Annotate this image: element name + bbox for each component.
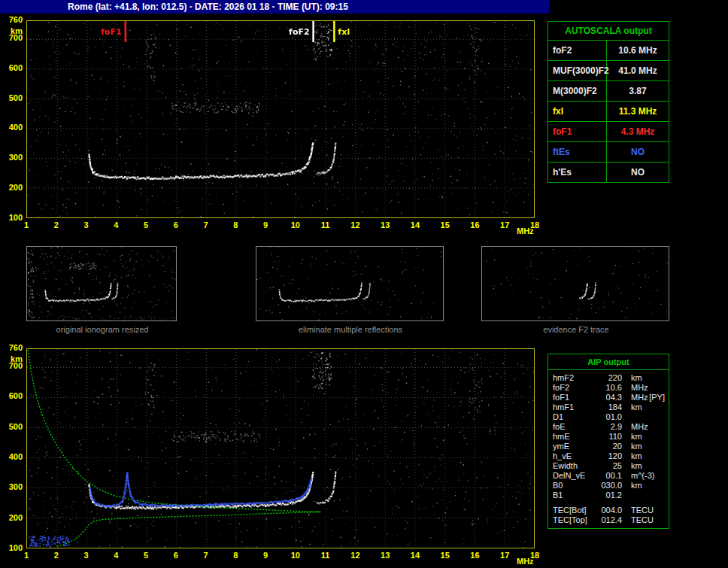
aip-param-value: 2.9 <box>592 422 622 432</box>
x-tick-label: 7 <box>204 551 208 560</box>
autoscala-row: h'Es NO <box>548 162 669 182</box>
autoscala-param-label: foF2 <box>548 41 607 60</box>
aip-param-value: 01.2 <box>592 491 622 500</box>
x-tick-label: 10 <box>291 551 300 560</box>
aip-param-note: [PY] <box>649 393 669 402</box>
x-tick-label: 9 <box>263 220 268 229</box>
aip-param-unit: TECU <box>631 515 654 525</box>
x-tick-label: 3 <box>83 220 88 229</box>
aip-param-unit: km <box>631 432 642 442</box>
x-tick-label: 4 <box>114 220 118 229</box>
aip-row: hmE 110 km <box>548 432 669 442</box>
x-tick-label: 5 <box>144 551 148 560</box>
x-axis-unit-label: MHz <box>517 557 534 566</box>
x-tick-label: 15 <box>441 551 450 560</box>
x-tick-label: 6 <box>174 220 178 229</box>
x-tick-label: 1 <box>24 551 29 560</box>
autoscala-param-value: 41.0 MHz <box>607 61 669 80</box>
y-tick-label: 600 <box>0 63 23 72</box>
autoscala-row: foF1 4.3 MHz <box>548 121 669 141</box>
x-tick-label: 10 <box>291 220 300 229</box>
x-tick-label: 17 <box>500 551 509 560</box>
aip-param-unit: MHz <box>631 422 648 432</box>
aip-param-value: 01.0 <box>592 412 622 422</box>
x-tick-label: 15 <box>441 220 450 229</box>
aip-row: hmF1 184 km <box>548 402 669 412</box>
x-tick-label: 11 <box>321 220 330 229</box>
autoscala-table-title: AUTOSCALA output <box>548 22 669 41</box>
autoscala-row: foF2 10.6 MHz <box>548 41 669 60</box>
aip-table-body: hmF2 220 km foF2 10.6 MHz foF1 04.3 MHz … <box>548 373 669 500</box>
aip-param-unit: km <box>631 402 642 412</box>
y-tick-label: 100 <box>0 213 23 222</box>
aip-row: B1 01.2 <box>548 491 669 500</box>
x-tick-label: 14 <box>411 220 420 229</box>
x-tick-label: 12 <box>350 551 359 560</box>
autoscala-row: MUF(3000)F2 41.0 MHz <box>548 60 669 80</box>
aip-param-name: foF2 <box>548 383 592 393</box>
x-tick-label: 8 <box>233 220 238 229</box>
autoscala-table-body: foF2 10.6 MHz MUF(3000)F2 41.0 MHz M(300… <box>548 41 669 182</box>
x-tick-label: 5 <box>144 220 148 229</box>
aip-param-value: 20 <box>592 442 622 451</box>
aip-row: foF1 04.3 MHz [PY] <box>548 393 669 402</box>
ionogram-plot-top <box>26 20 535 218</box>
x-tick-label: 6 <box>174 551 178 560</box>
aip-param-unit: MHz <box>631 393 648 402</box>
aip-param-unit: m^(-3) <box>631 471 654 481</box>
x-tick-label: 16 <box>470 220 479 229</box>
aip-row: foE 2.9 MHz <box>548 422 669 432</box>
x-tick-label: 3 <box>83 551 88 560</box>
aip-row: TEC[Bot] 004.0 TECU <box>548 506 669 515</box>
aip-param-value: 25 <box>592 461 622 471</box>
aip-row: h_vE 120 km <box>548 451 669 461</box>
aip-param-unit: km <box>631 373 642 383</box>
aip-param-value: 012.4 <box>592 515 622 525</box>
autoscala-param-value: NO <box>607 163 669 182</box>
aip-param-unit: km <box>631 461 642 471</box>
y-tick-label: 200 <box>0 183 23 192</box>
aip-param-name: hmF1 <box>548 402 592 412</box>
y-tick-label: 400 <box>0 123 23 132</box>
autoscala-param-value: NO <box>607 142 669 162</box>
autoscala-param-value: 4.3 MHz <box>607 122 669 141</box>
x-tick-label: 16 <box>470 551 479 560</box>
aip-param-value: 004.0 <box>592 506 622 515</box>
aip-param-value: 030.0 <box>592 481 622 491</box>
aip-param-name: foE <box>548 422 592 432</box>
x-tick-label: 12 <box>350 220 359 229</box>
aip-output-table: AIP output hmF2 220 km foF2 10.6 MHz foF… <box>548 354 669 529</box>
evidence-f2-trace-canvas <box>482 247 669 320</box>
aip-row: Ewidth 25 km <box>548 461 669 471</box>
x-axis-unit-label: MHz <box>517 226 534 235</box>
aip-param-name: B0 <box>548 481 592 491</box>
aip-param-unit: MHz <box>631 383 648 393</box>
autoscala-param-value: 10.6 MHz <box>607 41 669 60</box>
x-tick-label: 8 <box>233 551 238 560</box>
aip-param-name: Ewidth <box>548 461 592 471</box>
ionogram-canvas-bottom <box>27 349 534 548</box>
aip-param-unit: km <box>631 481 642 491</box>
x-tick-label: 17 <box>500 220 509 229</box>
autoscala-app-window: Rome (lat: +41.8, lon: 012.5) - DATE: 20… <box>0 0 728 568</box>
original-ionogram-canvas <box>27 247 176 320</box>
autoscala-param-label: ftEs <box>548 142 607 162</box>
autoscala-param-value: 11.3 MHz <box>607 102 669 121</box>
y-tick-label: 400 <box>0 452 23 461</box>
aip-param-name: h_vE <box>548 451 592 461</box>
aip-param-unit: TECU <box>631 506 654 515</box>
autoscala-param-label: foF1 <box>548 122 607 141</box>
aip-param-unit: km <box>631 442 642 451</box>
x-tick-label: 9 <box>263 551 268 560</box>
x-tick-label: 2 <box>54 551 59 560</box>
autoscala-param-label: h'Es <box>548 163 607 182</box>
autoscala-row: ftEs NO <box>548 141 669 162</box>
aip-row: foF2 10.6 MHz <box>548 383 669 393</box>
autoscala-param-value: 3.87 <box>607 81 669 101</box>
autoscala-row: M(3000)F2 3.87 <box>548 80 669 101</box>
aip-param-name: DelN_vE <box>548 471 592 481</box>
aip-param-value: 110 <box>592 432 622 442</box>
aip-param-value: 220 <box>592 373 622 383</box>
title-bar: Rome (lat: +41.8, lon: 012.5) - DATE: 20… <box>0 0 549 14</box>
x-tick-label: 13 <box>381 220 390 229</box>
